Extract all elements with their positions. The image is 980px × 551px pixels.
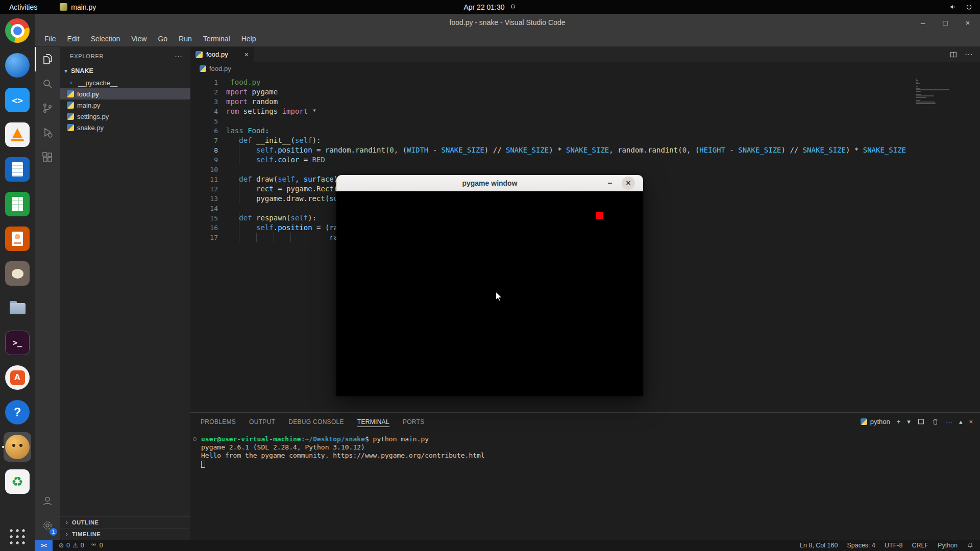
code-line[interactable]: 7 def __init__(self): [190,136,980,145]
code-line[interactable]: 8 self.position = random.randint(0, (WID… [190,145,980,155]
menu-view[interactable]: View [126,33,152,44]
remote-indicator[interactable]: >< [35,540,53,551]
explorer-item-food-py[interactable]: food.py [60,88,190,99]
section-timeline[interactable]: ›TIMELINE [60,528,190,540]
launch-profile-dropdown-icon[interactable]: ▾ [907,418,911,425]
focused-app-indicator[interactable]: main.py [60,3,96,11]
source-control-icon[interactable] [35,96,60,120]
explorer-item--pycache-[interactable]: ›__pycache__ [60,77,190,88]
maximize-panel-icon[interactable]: ▴ [959,418,963,425]
menu-selection[interactable]: Selection [85,33,126,44]
dock-ubuntu-software[interactable] [2,365,33,390]
dock-files[interactable] [2,296,33,320]
split-editor-icon[interactable] [949,51,958,59]
extensions-icon[interactable] [35,145,60,169]
code-line[interactable]: 5 [190,116,980,126]
activities-button[interactable]: Activities [0,0,46,14]
code-line[interactable]: 9 self.color = RED [190,155,980,165]
code-line[interactable]: 6lass Food: [190,126,980,136]
line-number: 17 [190,233,218,242]
line-number: 7 [190,136,218,145]
dock-gimp[interactable] [2,261,33,286]
breadcrumb[interactable]: food.py [190,62,980,76]
code-line[interactable]: 4rom settings import * [190,107,980,116]
ports-status[interactable]: 0 [90,541,103,549]
indent-guide [274,233,274,242]
menu-go[interactable]: Go [152,33,173,44]
code-line[interactable]: 3mport random [190,97,980,107]
eol-sequence[interactable]: CRLF [912,542,928,549]
dock-pygame-app[interactable] [2,435,33,459]
dock-terminal[interactable] [2,331,33,355]
run-debug-icon[interactable] [35,120,60,145]
split-terminal-icon[interactable] [917,418,925,425]
explorer-more-actions[interactable]: ··· [175,52,182,60]
minimize-button[interactable]: – [912,14,934,31]
dock-libreoffice-writer[interactable] [2,157,33,182]
notifications-bell-icon[interactable] [967,542,974,549]
explorer-item-snake-py[interactable]: snake.py [60,122,190,133]
chrome-icon [5,18,30,43]
tab-close-icon[interactable]: × [244,51,249,59]
section-outline[interactable]: ›OUTLINE [60,516,190,528]
indentation[interactable]: Spaces: 4 [847,542,875,549]
tab-food-py[interactable]: food.py × [190,47,254,62]
menu-edit[interactable]: Edit [62,33,85,44]
terminal[interactable]: user@user-virtual-machine:~/Desktop/snak… [190,431,980,540]
system-tray[interactable] [949,3,980,11]
dock-libreoffice-impress[interactable] [2,227,33,251]
code-line[interactable]: 10 [190,165,980,174]
panel-tab-terminal[interactable]: TERMINAL [357,413,389,431]
menu-run[interactable]: Run [173,33,198,44]
pygame-titlebar[interactable]: pygame window – × [336,175,643,191]
pygame-minimize-button[interactable]: – [603,177,617,190]
dock-trash[interactable] [2,469,33,494]
panel-tab-problems[interactable]: PROBLEMS [201,413,236,431]
language-mode[interactable]: Python [938,542,958,549]
panel-more-actions[interactable]: ··· [946,418,952,425]
account-icon[interactable] [35,489,60,513]
clock[interactable]: Apr 22 01:30 [463,3,516,11]
close-button[interactable]: × [957,14,979,31]
code-line[interactable]: 2mport pygame [190,87,980,97]
section-label: TIMELINE [72,531,101,537]
vscode-titlebar[interactable]: food.py - snake - Visual Studio Code – □… [35,14,980,31]
dock-libreoffice-calc[interactable] [2,192,33,216]
new-terminal-icon[interactable]: + [897,418,901,425]
editor-actions: ··· [949,47,980,62]
line-text: food.py [226,78,260,87]
show-applications-icon[interactable] [8,528,27,546]
files-icon [5,296,30,320]
editor-more-actions[interactable]: ··· [965,50,973,59]
dock-chrome[interactable] [2,18,33,43]
terminal-profile[interactable]: python [861,418,890,425]
explorer-item-settings-py[interactable]: settings.py [60,111,190,122]
close-panel-icon[interactable]: × [969,418,973,425]
problems-status[interactable]: ⊘ 0 ⚠ 0 [59,542,84,549]
dock-vscode[interactable] [2,88,33,112]
menu-help[interactable]: Help [236,33,262,44]
minimap[interactable] [916,79,951,104]
code-line[interactable]: 1 food.py [190,78,980,87]
pygame-close-button[interactable]: × [622,177,635,190]
panel-tab-output[interactable]: OUTPUT [249,413,275,431]
kill-terminal-icon[interactable] [932,418,939,425]
dock-thunderbird[interactable] [2,53,33,78]
pygame-canvas[interactable] [336,191,643,396]
tree-root-snake[interactable]: ▾ SNAKE [60,65,190,77]
file-label: __pycache__ [78,79,117,87]
search-icon[interactable] [35,71,60,96]
settings-gear-icon[interactable]: 1 [35,513,60,538]
menu-terminal[interactable]: Terminal [198,33,236,44]
menu-file[interactable]: File [39,33,62,44]
cursor-position[interactable]: Ln 8, Col 160 [800,542,838,549]
dock-vlc[interactable] [2,122,33,147]
dock-help[interactable] [2,400,33,424]
python-file-icon [195,51,203,58]
explorer-icon[interactable] [35,47,60,71]
maximize-button[interactable]: □ [934,14,957,31]
explorer-item-main-py[interactable]: main.py [60,99,190,111]
encoding[interactable]: UTF-8 [885,542,902,549]
panel-tab-ports[interactable]: PORTS [403,413,425,431]
panel-tab-debug-console[interactable]: DEBUG CONSOLE [288,413,344,431]
